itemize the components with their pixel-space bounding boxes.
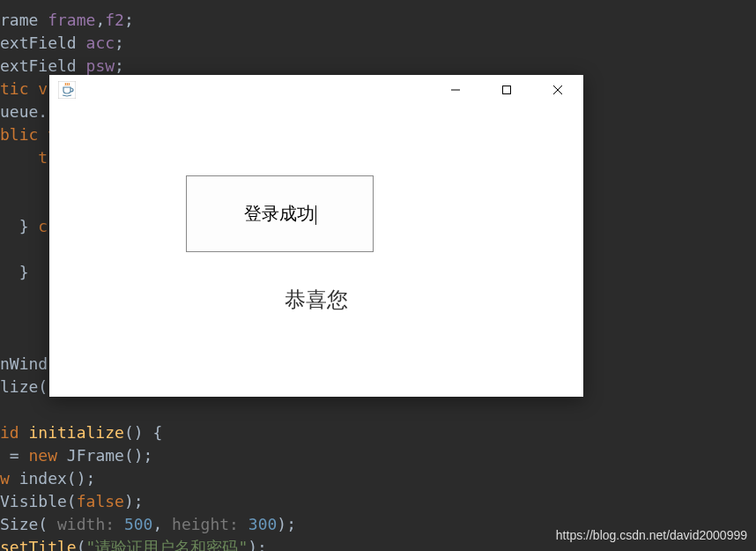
window-controls (430, 75, 583, 105)
message-text-field[interactable]: 登录成功 (186, 175, 374, 252)
maximize-button[interactable] (481, 75, 532, 105)
close-button[interactable] (532, 75, 583, 105)
code-line: id initialize() { (0, 421, 756, 444)
congratulations-label: 恭喜您 (49, 286, 583, 314)
svg-rect-2 (503, 86, 511, 94)
code-line: extField acc; (0, 32, 756, 55)
minimize-button[interactable] (430, 75, 481, 105)
code-line: rame frame,f2; (0, 9, 756, 32)
code-line: w index(); (0, 467, 756, 490)
input-text-value: 登录成功 (244, 204, 315, 223)
dialog-content-area: 登录成功 恭喜您 (49, 105, 583, 397)
java-app-icon (58, 81, 76, 99)
watermark-text: https://blog.csdn.net/david2000999 (556, 528, 747, 542)
window-titlebar[interactable] (49, 75, 583, 105)
code-line: = new JFrame(); (0, 444, 756, 467)
code-line (0, 398, 756, 421)
java-dialog-window: 登录成功 恭喜您 (49, 75, 583, 397)
text-cursor (315, 205, 316, 225)
code-line: Visible(false); (0, 490, 756, 513)
